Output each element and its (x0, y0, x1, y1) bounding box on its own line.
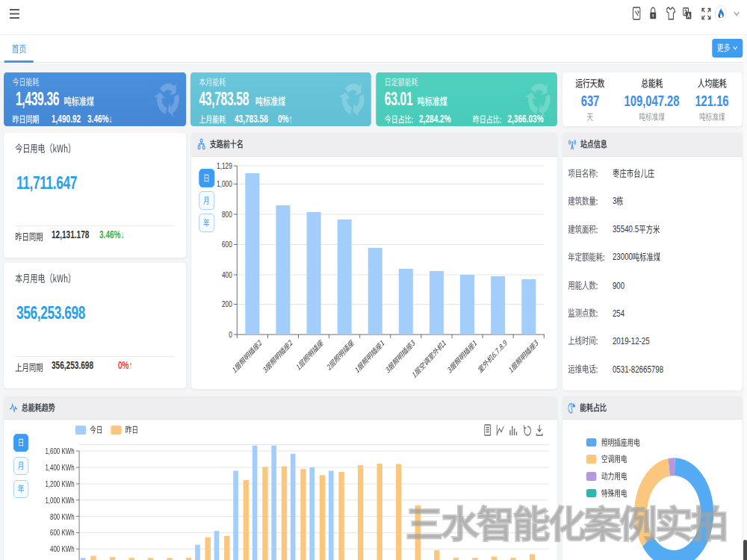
svg-text:1,000: 1,000 (217, 179, 232, 189)
svg-text:0: 0 (229, 330, 232, 340)
svg-text:400 KWh: 400 KWh (50, 544, 75, 554)
svg-text:1,600 KWh: 1,600 KWh (45, 447, 74, 456)
svg-text:400: 400 (222, 270, 232, 280)
svg-text:800: 800 (222, 210, 232, 220)
svg-text:1,129: 1,129 (217, 161, 232, 171)
svg-text:800 KWh: 800 KWh (50, 511, 75, 521)
svg-text:600 KWh: 600 KWh (50, 528, 75, 538)
svg-text:200: 200 (222, 299, 232, 309)
svg-text:600: 600 (222, 240, 232, 249)
svg-text:1,400 KWh: 1,400 KWh (45, 463, 74, 473)
svg-text:1,000 KWh: 1,000 KWh (45, 495, 74, 505)
svg-text:1,200 KWh: 1,200 KWh (45, 479, 74, 489)
